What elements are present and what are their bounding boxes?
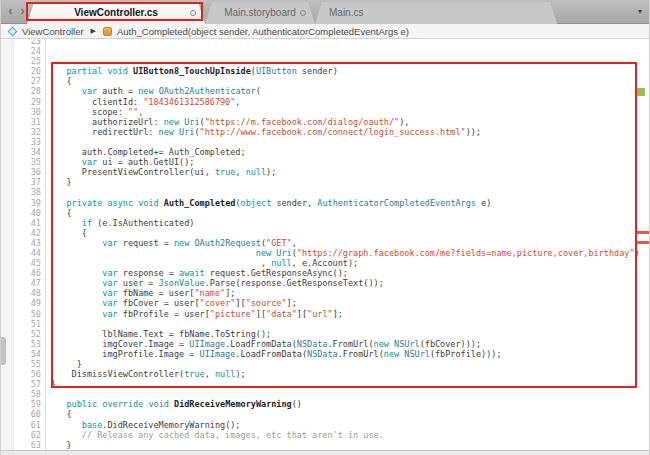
code-line[interactable]: imgProfile.Image = UIImage.LoadFromData(… [46, 349, 640, 359]
code-line[interactable]: , null, e.Account); [46, 258, 640, 268]
code-line[interactable]: var user = JsonValue.Parse(response.GetR… [46, 278, 640, 288]
line-number[interactable]: 24 [1, 46, 41, 56]
breadcrumb-class[interactable]: ViewController [22, 26, 84, 37]
line-number[interactable]: 30 [1, 107, 41, 117]
code-line[interactable]: DismissViewController(true, null); [46, 369, 640, 379]
code-line[interactable]: auth.Completed+= Auth_Completed; [46, 147, 640, 157]
tab-label: ViewController.cs [27, 2, 205, 23]
tab-main-storyboard[interactable]: Main.storyboard [205, 2, 315, 24]
line-number[interactable]: 62 [1, 430, 41, 440]
line-number[interactable]: 52 [1, 329, 41, 339]
line-number[interactable]: 48 [1, 288, 41, 298]
tab-overflow-icon[interactable]: ▾ [638, 7, 642, 16]
code-line[interactable]: } [46, 379, 640, 389]
nav-forward-button[interactable]: › [17, 3, 28, 19]
code-line[interactable]: redirectUrl: new Uri("http://www.faceboo… [46, 127, 640, 137]
code-line[interactable] [46, 187, 640, 197]
code-line[interactable]: } [46, 177, 640, 187]
code-line[interactable]: { [46, 76, 640, 86]
code-line[interactable]: var response = await request.GetResponse… [46, 268, 640, 278]
line-number[interactable]: 46 [1, 268, 41, 278]
quick-task-indicator[interactable] [637, 88, 645, 96]
tab-main-cs[interactable]: Main.cs [315, 2, 557, 24]
code-line[interactable]: clientId: "1843461312586790", [46, 97, 640, 107]
line-number[interactable]: 45 [1, 258, 41, 268]
line-number[interactable]: 57 [1, 379, 41, 389]
line-number[interactable]: 56 [1, 369, 41, 379]
code-line[interactable]: var auth = new OAuth2Authenticator( [46, 86, 640, 96]
code-line[interactable]: { [46, 208, 640, 218]
line-number[interactable]: 54 [1, 349, 41, 359]
code-line[interactable]: lblName.Text = fbName.ToString(); [46, 329, 640, 339]
code-line[interactable] [46, 56, 640, 66]
code-line[interactable]: var request = new OAuth2Request("GET", [46, 238, 640, 248]
line-number[interactable]: 36 [1, 167, 41, 177]
line-number[interactable]: 39 [1, 198, 41, 208]
code-line[interactable]: PresentViewController(ui, true, null); [46, 167, 640, 177]
line-number[interactable]: 55 [1, 359, 41, 369]
ide-window: { "tabs": { "back_label": "‹", "forward_… [0, 0, 650, 455]
line-number[interactable]: 29 [1, 97, 41, 107]
code-line[interactable]: authorizeUrl: new Uri("https://m.faceboo… [46, 117, 640, 127]
code-line[interactable]: { [46, 409, 640, 419]
code-line[interactable]: new Uri("https://graph.facebook.com/me?f… [46, 248, 640, 258]
line-number[interactable]: 53 [1, 339, 41, 349]
line-number[interactable]: 58 [1, 389, 41, 399]
line-number[interactable]: 34 [1, 147, 41, 157]
line-number[interactable]: 41 [1, 218, 41, 228]
code-editor[interactable]: 2324252627282930313233343536373839404142… [1, 40, 649, 450]
line-number[interactable]: 61 [1, 420, 41, 430]
line-number[interactable]: 59 [1, 399, 41, 409]
line-number[interactable]: 38 [1, 187, 41, 197]
tab-label: Main.storyboard [205, 2, 315, 23]
line-number[interactable]: 60 [1, 409, 41, 419]
line-number[interactable]: 43 [1, 238, 41, 248]
line-number[interactable]: 35 [1, 157, 41, 167]
code-line[interactable]: // Release any cached data, images, etc … [46, 430, 640, 440]
code-line[interactable]: { [46, 228, 640, 238]
scrollbar-mark [637, 231, 650, 234]
code-lines[interactable]: partial void UIButton8_TouchUpInside(UIB… [46, 40, 640, 450]
close-icon[interactable] [190, 10, 196, 16]
line-number[interactable]: 25 [1, 56, 41, 66]
line-number[interactable]: 44 [1, 248, 41, 258]
line-number[interactable]: 50 [1, 309, 41, 319]
code-line[interactable] [46, 137, 640, 147]
code-line[interactable]: scope: "", [46, 107, 640, 117]
code-line[interactable]: var fbCover = user["cover"]["source"]; [46, 298, 640, 308]
bottom-bar [1, 450, 649, 455]
code-line[interactable]: var fbProfile = user["picture"]["data"][… [46, 309, 640, 319]
code-line[interactable] [46, 46, 640, 56]
code-line[interactable]: } [46, 440, 640, 450]
line-number[interactable]: 63 [1, 440, 41, 450]
line-number[interactable]: 32 [1, 127, 41, 137]
line-number[interactable]: 33 [1, 137, 41, 147]
line-numbers[interactable]: 2324252627282930313233343536373839404142… [1, 40, 41, 450]
code-line[interactable]: if (e.IsAuthenticated) [46, 218, 640, 228]
breadcrumb: ViewController ▶ Auth_Completed(object s… [1, 24, 649, 39]
line-number[interactable]: 51 [1, 319, 41, 329]
line-number[interactable]: 49 [1, 298, 41, 308]
code-line[interactable]: } [46, 359, 640, 369]
line-number[interactable]: 37 [1, 177, 41, 187]
code-line[interactable]: var ui = auth.GetUI(); [46, 157, 640, 167]
tab-viewcontroller-cs[interactable]: ViewController.cs [27, 2, 205, 24]
code-line[interactable]: public override void DidReceiveMemoryWar… [46, 399, 640, 409]
nav-back-button[interactable]: ‹ [5, 3, 16, 19]
code-line[interactable]: base.DidReceiveMemoryWarning(); [46, 420, 640, 430]
line-number[interactable]: 47 [1, 278, 41, 288]
code-line[interactable]: private async void Auth_Completed(object… [46, 198, 640, 208]
code-line[interactable] [46, 319, 640, 329]
close-icon[interactable] [300, 10, 306, 16]
line-number[interactable]: 31 [1, 117, 41, 127]
code-line[interactable] [46, 389, 640, 399]
line-number[interactable]: 28 [1, 86, 41, 96]
code-line[interactable]: partial void UIButton8_TouchUpInside(UIB… [46, 66, 640, 76]
line-number[interactable]: 26 [1, 66, 41, 76]
line-number[interactable]: 42 [1, 228, 41, 238]
code-line[interactable]: var fbName = user["name"]; [46, 288, 640, 298]
line-number[interactable]: 40 [1, 208, 41, 218]
code-line[interactable]: imgCover.Image = UIImage.LoadFromData(NS… [46, 339, 640, 349]
breadcrumb-method[interactable]: Auth_Completed(object sender, Authentica… [117, 26, 409, 37]
line-number[interactable]: 27 [1, 76, 41, 86]
